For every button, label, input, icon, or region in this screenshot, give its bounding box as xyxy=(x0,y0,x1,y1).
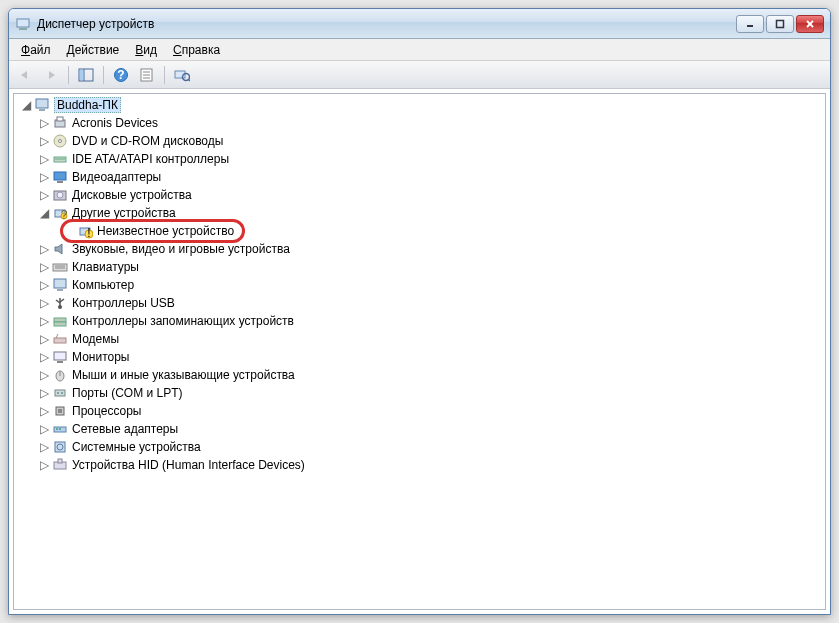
expand-icon[interactable]: ▷ xyxy=(38,243,50,255)
tree-node[interactable]: ▷Сетевые адаптеры xyxy=(14,420,825,438)
expand-icon[interactable]: ▷ xyxy=(38,117,50,129)
svg-rect-19 xyxy=(39,109,45,111)
tree-node[interactable]: ▷Мониторы xyxy=(14,348,825,366)
tree-node[interactable]: ▷Устройства HID (Human Interface Devices… xyxy=(14,456,825,474)
expand-icon[interactable]: ▷ xyxy=(38,441,50,453)
content-area: ◢ Buddha-ПК ▷Acronis Devices▷DVD и CD-RO… xyxy=(9,89,830,614)
titlebar[interactable]: Диспетчер устройств xyxy=(9,9,830,39)
printer-icon xyxy=(52,115,68,131)
expand-icon[interactable]: ▷ xyxy=(38,405,50,417)
ports-icon xyxy=(52,385,68,401)
tree-node[interactable]: ▷Контроллеры запоминающих устройств xyxy=(14,312,825,330)
expand-icon[interactable]: ▷ xyxy=(38,333,50,345)
modem-icon xyxy=(52,331,68,347)
node-label[interactable]: Процессоры xyxy=(72,404,142,418)
menu-action[interactable]: Действие xyxy=(59,41,128,59)
mouse-icon xyxy=(52,367,68,383)
node-label[interactable]: Acronis Devices xyxy=(72,116,158,130)
sound-icon xyxy=(52,241,68,257)
tree-node[interactable]: ▷IDE ATA/ATAPI контроллеры xyxy=(14,150,825,168)
show-hide-tree-button[interactable] xyxy=(74,64,98,86)
node-label[interactable]: IDE ATA/ATAPI контроллеры xyxy=(72,152,229,166)
device-tree[interactable]: ◢ Buddha-ПК ▷Acronis Devices▷DVD и CD-RO… xyxy=(13,93,826,610)
svg-text:!: ! xyxy=(87,226,90,239)
toolbar: ? xyxy=(9,61,830,89)
unknown-icon: ! xyxy=(77,223,93,239)
expand-icon[interactable]: ▷ xyxy=(38,387,50,399)
close-button[interactable] xyxy=(796,15,824,33)
node-label[interactable]: Компьютер xyxy=(72,278,134,292)
expand-icon[interactable]: ▷ xyxy=(38,369,50,381)
node-label[interactable]: Контроллеры запоминающих устройств xyxy=(72,314,294,328)
node-label[interactable]: Дисковые устройства xyxy=(72,188,192,202)
expand-icon[interactable]: ▷ xyxy=(38,315,50,327)
tree-node[interactable]: ▷Видеоадаптеры xyxy=(14,168,825,186)
expand-icon[interactable]: ▷ xyxy=(38,171,50,183)
tree-node[interactable]: ▷Дисковые устройства xyxy=(14,186,825,204)
node-label[interactable]: Звуковые, видео и игровые устройства xyxy=(72,242,290,256)
svg-rect-49 xyxy=(54,352,66,360)
network-icon xyxy=(52,421,68,437)
menu-help[interactable]: Справка xyxy=(165,41,228,59)
svg-rect-3 xyxy=(777,20,784,27)
tree-node[interactable]: ▷Контроллеры USB xyxy=(14,294,825,312)
tree-node[interactable]: ▷Клавиатуры xyxy=(14,258,825,276)
ide-icon xyxy=(52,151,68,167)
node-label[interactable]: Системные устройства xyxy=(72,440,201,454)
expand-icon[interactable]: ▷ xyxy=(38,297,50,309)
tree-root[interactable]: ◢ Buddha-ПК xyxy=(14,96,825,114)
other-icon: ? xyxy=(52,205,68,221)
node-label[interactable]: Контроллеры USB xyxy=(72,296,175,310)
expand-icon[interactable]: ▷ xyxy=(38,189,50,201)
tree-node[interactable]: ▷Мыши и иные указывающие устройства xyxy=(14,366,825,384)
cpu-icon xyxy=(52,403,68,419)
collapse-icon[interactable]: ◢ xyxy=(38,207,50,219)
expand-icon[interactable]: ▷ xyxy=(38,423,50,435)
expand-icon[interactable]: ▷ xyxy=(38,279,50,291)
cdrom-icon xyxy=(52,133,68,149)
collapse-icon[interactable]: ◢ xyxy=(20,99,32,111)
help-button[interactable]: ? xyxy=(109,64,133,86)
node-label[interactable]: Клавиатуры xyxy=(72,260,139,274)
tree-node[interactable]: ▷Acronis Devices xyxy=(14,114,825,132)
node-label[interactable]: Неизвестное устройство xyxy=(97,224,234,238)
node-label[interactable]: Мониторы xyxy=(72,350,129,364)
maximize-button[interactable] xyxy=(766,15,794,33)
system-icon xyxy=(52,439,68,455)
svg-line-17 xyxy=(188,79,190,81)
node-label[interactable]: Порты (COM и LPT) xyxy=(72,386,183,400)
node-label[interactable]: Сетевые адаптеры xyxy=(72,422,178,436)
expand-icon[interactable]: ▷ xyxy=(38,135,50,147)
window-title: Диспетчер устройств xyxy=(37,17,736,31)
svg-rect-26 xyxy=(54,172,66,180)
expand-icon[interactable]: ▷ xyxy=(38,153,50,165)
tree-node[interactable]: ▷Порты (COM и LPT) xyxy=(14,384,825,402)
node-label[interactable]: Модемы xyxy=(72,332,119,346)
tree-node[interactable]: ▷Компьютер xyxy=(14,276,825,294)
node-label[interactable]: Мыши и иные указывающие устройства xyxy=(72,368,295,382)
svg-rect-57 xyxy=(58,409,62,413)
properties-button[interactable] xyxy=(135,64,159,86)
expand-icon[interactable]: ▷ xyxy=(38,459,50,471)
back-button xyxy=(13,64,37,86)
svg-point-60 xyxy=(59,428,61,430)
root-label[interactable]: Buddha-ПК xyxy=(54,97,121,113)
node-label[interactable]: Устройства HID (Human Interface Devices) xyxy=(72,458,305,472)
node-label[interactable]: Видеоадаптеры xyxy=(72,170,161,184)
minimize-button[interactable] xyxy=(736,15,764,33)
scan-hardware-button[interactable] xyxy=(170,64,194,86)
node-label[interactable]: DVD и CD-ROM дисководы xyxy=(72,134,223,148)
tree-node-child[interactable]: ▷!Неизвестное устройство xyxy=(14,222,825,240)
expand-icon[interactable]: ▷ xyxy=(38,261,50,273)
tree-node[interactable]: ▷Модемы xyxy=(14,330,825,348)
toolbar-separator xyxy=(164,66,165,84)
tree-node[interactable]: ▷Системные устройства xyxy=(14,438,825,456)
tree-node[interactable]: ▷Процессоры xyxy=(14,402,825,420)
node-label[interactable]: Другие устройства xyxy=(72,206,176,220)
menu-view[interactable]: Вид xyxy=(127,41,165,59)
menu-file[interactable]: Файл xyxy=(13,41,59,59)
tree-node[interactable]: ▷Звуковые, видео и игровые устройства xyxy=(14,240,825,258)
svg-rect-53 xyxy=(55,390,65,396)
tree-node[interactable]: ▷DVD и CD-ROM дисководы xyxy=(14,132,825,150)
expand-icon[interactable]: ▷ xyxy=(38,351,50,363)
